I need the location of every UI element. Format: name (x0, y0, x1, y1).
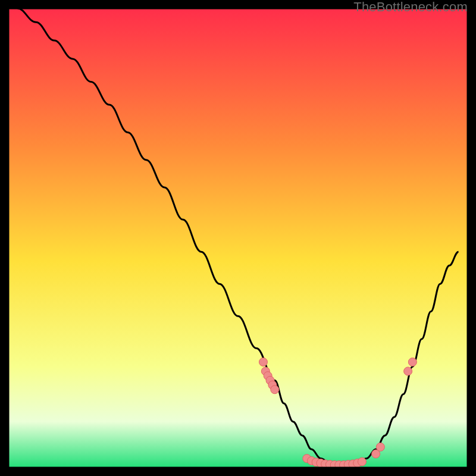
data-marker (358, 458, 366, 466)
data-marker (376, 443, 384, 451)
data-marker (259, 358, 267, 366)
gradient-background (8, 8, 468, 468)
data-marker (408, 358, 416, 366)
data-marker (404, 367, 412, 375)
chart-frame (8, 8, 468, 468)
watermark-text: TheBottleneck.com (353, 0, 468, 14)
data-marker (271, 386, 279, 394)
bottleneck-chart (8, 8, 468, 468)
